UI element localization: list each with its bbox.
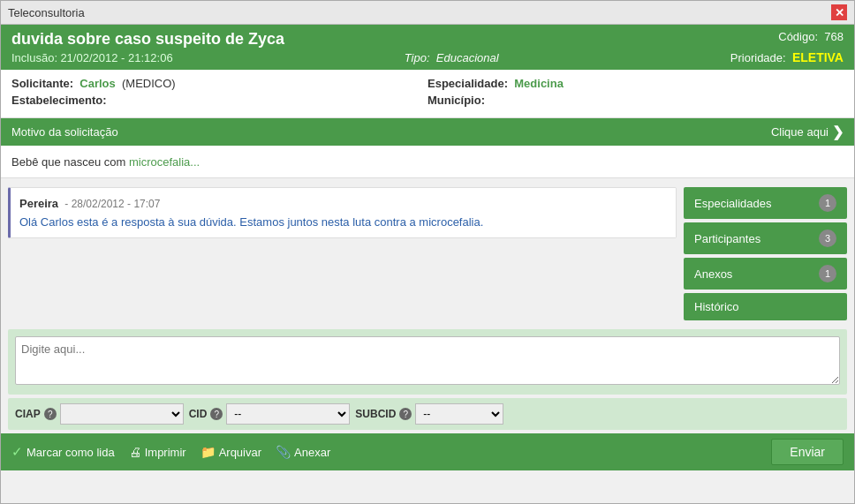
- participantes-badge: 3: [819, 229, 836, 247]
- imprimir-button[interactable]: Imprimir: [129, 445, 186, 459]
- titlebar: Teleconsultoria ✕: [1, 1, 854, 25]
- especialidade-label: Especialidade:: [428, 77, 508, 90]
- cid-label: CID: [189, 408, 208, 420]
- solicitante-label: Solicitante:: [11, 77, 73, 90]
- header-title-area: duvida sobre caso suspeito de Zyca: [11, 30, 760, 49]
- message-header: Pereira - 28/02/2012 - 17:07: [19, 197, 667, 210]
- info-section: Solicitante: Carlos (MEDICO) Especialida…: [1, 70, 854, 118]
- consultation-title: duvida sobre caso suspeito de Zyca: [11, 30, 760, 49]
- historico-button[interactable]: Histórico: [684, 293, 847, 320]
- codigo-area: Código: 768: [760, 30, 844, 43]
- anexos-badge: 1: [819, 265, 836, 282]
- header-tipo: Tipo: Educacional: [405, 51, 499, 64]
- info-row-1: Solicitante: Carlos (MEDICO) Especialida…: [11, 77, 844, 90]
- participantes-label: Participantes: [694, 232, 760, 245]
- marcar-label: Marcar como lida: [26, 446, 115, 459]
- main-body: Pereira - 28/02/2012 - 17:07 Olá Carlos …: [1, 178, 854, 329]
- imprimir-label: Imprimir: [145, 446, 186, 459]
- solicitante-role: (MEDICO): [122, 77, 176, 90]
- solicitante-col: Solicitante: Carlos (MEDICO): [11, 77, 428, 90]
- motivo-label: Motivo da solicitação: [11, 125, 118, 139]
- ciap-label: CIAP: [15, 408, 41, 420]
- especialidades-button[interactable]: Especialidades 1: [684, 187, 847, 219]
- arrow-right-icon: ❯: [832, 124, 844, 140]
- header-section: duvida sobre caso suspeito de Zyca Códig…: [1, 25, 854, 70]
- especialidades-badge: 1: [819, 194, 836, 212]
- message-author: Pereira: [19, 197, 58, 210]
- subcid-select[interactable]: --: [415, 403, 503, 425]
- attach-icon: [276, 445, 291, 459]
- especialidade-value: Medicina: [514, 77, 564, 90]
- especialidade-col: Especialidade: Medicina: [428, 77, 844, 90]
- anexos-label: Anexos: [694, 267, 732, 281]
- header-top-row: duvida sobre caso suspeito de Zyca Códig…: [11, 30, 844, 49]
- cid-help-icon[interactable]: ?: [210, 408, 223, 420]
- window-title: Teleconsultoria: [8, 6, 85, 19]
- motivo-text-prefix: Bebê que nasceu com: [11, 155, 129, 169]
- clique-aqui[interactable]: Clique aqui ❯: [771, 124, 844, 140]
- close-button[interactable]: ✕: [831, 4, 847, 20]
- subcid-help-icon[interactable]: ?: [399, 408, 412, 420]
- reply-input[interactable]: [15, 336, 840, 385]
- content-area: duvida sobre caso suspeito de Zyca Códig…: [1, 25, 854, 503]
- marcar-button[interactable]: ✓ Marcar como lida: [11, 444, 115, 460]
- arquivar-label: Arquivar: [219, 446, 261, 459]
- subcid-group: SUBCID ? --: [355, 403, 503, 425]
- reply-area: [8, 329, 847, 395]
- motivo-content: Bebê que nasceu com microcefalia...: [1, 146, 854, 178]
- anexos-button[interactable]: Anexos 1: [684, 258, 847, 290]
- municipio-label: Município:: [428, 94, 485, 107]
- info-row-2: Estabelecimento: Município:: [11, 94, 844, 107]
- inclusion-label: Inclusão:: [11, 51, 57, 64]
- motivo-text-highlight: microcefalia...: [129, 155, 200, 169]
- estabelecimento-col: Estabelecimento:: [11, 94, 428, 107]
- clique-label: Clique aqui: [771, 125, 829, 139]
- header-meta: Inclusão: 21/02/2012 - 21:12:06 Tipo: Ed…: [11, 50, 844, 64]
- motivo-bar[interactable]: Motivo da solicitação Clique aqui ❯: [1, 118, 854, 146]
- form-row: CIAP ? CID ? -- SUBCID ? --: [8, 398, 847, 430]
- tipo-value: Educacional: [436, 51, 499, 64]
- archive-icon: [201, 445, 216, 459]
- message-text: Olá Carlos esta é a resposta à sua dúvid…: [19, 215, 667, 229]
- municipio-col: Município:: [428, 94, 844, 107]
- especialidades-label: Especialidades: [694, 197, 771, 210]
- participantes-button[interactable]: Participantes 3: [684, 222, 847, 254]
- ciap-group: CIAP ?: [15, 403, 184, 425]
- arquivar-button[interactable]: Arquivar: [201, 445, 261, 459]
- main-window: Teleconsultoria ✕ duvida sobre caso susp…: [0, 0, 855, 504]
- cid-group: CID ? --: [189, 403, 351, 425]
- historico-label: Histórico: [694, 300, 739, 313]
- tipo-label: Tipo:: [405, 51, 430, 64]
- solicitante-value: Carlos: [79, 77, 115, 90]
- anexar-label: Anexar: [294, 446, 330, 459]
- prioridade-label: Prioridade:: [730, 51, 786, 64]
- cid-select[interactable]: --: [226, 403, 350, 425]
- action-bar: ✓ Marcar como lida Imprimir Arquivar Ane…: [1, 433, 854, 470]
- printer-icon: [129, 445, 141, 459]
- header-prioridade: Prioridade: ELETIVA: [730, 50, 844, 64]
- inclusion-value: 21/02/2012 - 21:12:06: [60, 51, 172, 64]
- estabelecimento-label: Estabelecimento:: [11, 94, 107, 107]
- codigo-value: 768: [824, 30, 844, 43]
- prioridade-value: ELETIVA: [792, 50, 844, 64]
- header-inclusion: Inclusão: 21/02/2012 - 21:12:06: [11, 51, 173, 64]
- codigo-label: Código:: [778, 30, 818, 43]
- enviar-button[interactable]: Enviar: [771, 439, 844, 465]
- anexar-button[interactable]: Anexar: [276, 445, 330, 459]
- check-icon: ✓: [11, 444, 23, 460]
- message-box: Pereira - 28/02/2012 - 17:07 Olá Carlos …: [8, 187, 677, 238]
- chat-area: Pereira - 28/02/2012 - 17:07 Olá Carlos …: [8, 187, 677, 320]
- ciap-help-icon[interactable]: ?: [44, 408, 57, 420]
- sidebar: Especialidades 1 Participantes 3 Anexos …: [684, 187, 847, 320]
- message-date: - 28/02/2012 - 17:07: [64, 198, 160, 210]
- ciap-select[interactable]: [60, 403, 184, 425]
- subcid-label: SUBCID: [355, 408, 396, 420]
